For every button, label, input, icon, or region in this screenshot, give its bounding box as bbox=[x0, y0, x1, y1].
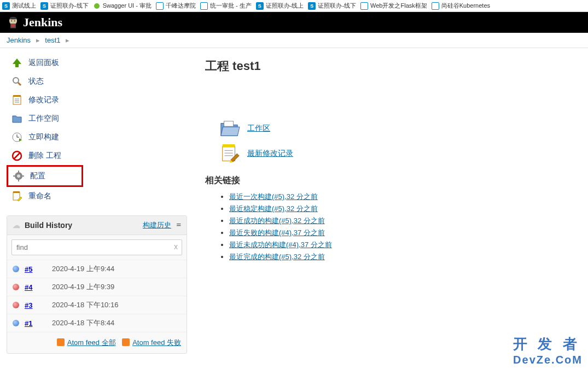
chevron-right-icon: ▸ bbox=[36, 36, 40, 44]
tab-label: 统一审批 - 生产 bbox=[210, 2, 252, 10]
permalink-link[interactable]: 最近成功的构建(#5),32 分之前 bbox=[229, 216, 325, 225]
tab-label: 证照联办-线上 bbox=[266, 2, 304, 10]
page-title: 工程 test1 bbox=[205, 58, 577, 74]
browser-tab[interactable]: Web开发之Flask框架 bbox=[360, 2, 427, 10]
browser-tab[interactable]: S证照联办-线下 bbox=[308, 2, 356, 10]
jenkins-mascot-icon bbox=[5, 15, 21, 30]
svg-line-17 bbox=[14, 153, 20, 159]
build-status-ball-icon bbox=[13, 320, 19, 326]
permalink-link[interactable]: 最近未成功的构建(#4),37 分之前 bbox=[229, 241, 332, 249]
permalink-link[interactable]: 最近稳定构建(#5),32 分之前 bbox=[229, 204, 318, 213]
favicon-icon bbox=[360, 2, 368, 10]
favicon-icon bbox=[156, 2, 164, 10]
build-row[interactable]: #3 2020-4-18 下午10:16 bbox=[7, 296, 187, 314]
permalinks-heading: 相关链接 bbox=[205, 175, 577, 186]
sidebar-item-workspace[interactable]: 工作空间 bbox=[7, 109, 194, 128]
browser-tab[interactable]: 统一审批 - 生产 bbox=[200, 2, 252, 10]
favicon-icon bbox=[93, 2, 101, 10]
notepad-pencil-icon bbox=[219, 143, 241, 164]
collapse-icon[interactable]: = bbox=[177, 220, 181, 229]
side-panel: 返回面板 状态 修改记录 工作空间 立即构建 删除 工程 配置 重命名 bbox=[0, 48, 194, 369]
workspace-link[interactable]: 工作区 bbox=[247, 124, 270, 133]
build-date: 2020-4-19 上午9:44 bbox=[52, 264, 114, 274]
build-number-link[interactable]: #3 bbox=[25, 301, 52, 309]
favicon-icon: S bbox=[40, 2, 48, 10]
main-panel: 工程 test1 工作区 最新修改记录 相关链接 最近一次构建(#5),32 分… bbox=[194, 48, 588, 369]
cloud-icon: ☁ bbox=[13, 221, 20, 230]
recent-changes-link[interactable]: 最新修改记录 bbox=[247, 149, 293, 159]
sidebar-label: 配置 bbox=[30, 171, 45, 181]
favicon-icon bbox=[432, 2, 439, 10]
browser-tab[interactable]: S测试线上 bbox=[2, 2, 36, 10]
build-number-link[interactable]: #1 bbox=[25, 319, 52, 327]
permalink-link[interactable]: 最近完成的构建(#5),32 分之前 bbox=[229, 253, 325, 261]
browser-tab[interactable]: S证照联办-线上 bbox=[256, 2, 304, 10]
permalink-link[interactable]: 最近一次构建(#5),32 分之前 bbox=[229, 192, 318, 201]
tab-label: 证照联办-线下 bbox=[50, 2, 89, 10]
svg-line-7 bbox=[18, 83, 21, 85]
svg-point-3 bbox=[14, 20, 15, 21]
build-date: 2020-4-18 下午10:16 bbox=[52, 300, 118, 310]
gear-icon bbox=[13, 170, 25, 182]
changes-link-row: 最新修改记录 bbox=[219, 143, 577, 164]
svg-rect-5 bbox=[11, 25, 15, 27]
sidebar-item-status[interactable]: 状态 bbox=[7, 72, 194, 91]
permalink-item: 最近完成的构建(#5),32 分之前 bbox=[229, 252, 577, 262]
build-row[interactable]: #1 2020-4-18 下午8:44 bbox=[7, 314, 187, 332]
build-row[interactable]: #4 2020-4-19 上午9:39 bbox=[7, 278, 187, 296]
svg-rect-28 bbox=[223, 144, 235, 148]
tab-label: Web开发之Flask框架 bbox=[370, 2, 427, 10]
build-search-input[interactable] bbox=[11, 239, 182, 255]
watermark: 开 发 者 DevZe.CoM bbox=[513, 335, 583, 366]
atom-feed-failures-link[interactable]: Atom feed 失败 bbox=[132, 338, 181, 347]
browser-tab[interactable]: 尚硅谷Kubernetes bbox=[432, 2, 490, 10]
jenkins-logo[interactable]: Jenkins bbox=[5, 15, 62, 30]
sidebar-item-changes[interactable]: 修改记录 bbox=[7, 91, 194, 109]
clear-search-icon[interactable]: x bbox=[174, 242, 178, 251]
rss-icon bbox=[122, 338, 130, 346]
browser-tab[interactable]: Swagger UI - 审批 bbox=[93, 2, 152, 10]
svg-rect-25 bbox=[13, 191, 20, 193]
breadcrumb-item[interactable]: Jenkins bbox=[7, 36, 31, 44]
build-status-ball-icon bbox=[13, 284, 19, 290]
build-history-feeds: Atom feed 全部 Atom feed 失败 bbox=[7, 332, 187, 353]
browser-tab[interactable]: S证照联办-线下 bbox=[40, 2, 89, 10]
permalinks-list: 最近一次构建(#5),32 分之前 最近稳定构建(#5),32 分之前 最近成功… bbox=[229, 192, 577, 262]
favicon-icon bbox=[200, 2, 208, 10]
atom-feed-all-link[interactable]: Atom feed 全部 bbox=[67, 338, 116, 347]
search-icon bbox=[11, 75, 23, 87]
sidebar-label: 修改记录 bbox=[28, 95, 59, 105]
build-row[interactable]: #5 2020-4-19 上午9:44 bbox=[7, 260, 187, 278]
sidebar-item-configure[interactable]: 配置 bbox=[7, 165, 83, 187]
svg-rect-23 bbox=[22, 175, 24, 177]
sidebar-item-rename[interactable]: 重命名 bbox=[7, 187, 194, 206]
build-status-ball-icon bbox=[13, 266, 19, 272]
workspace-link-row: 工作区 bbox=[219, 118, 577, 139]
sidebar-label: 工作空间 bbox=[28, 114, 59, 124]
breadcrumb-item[interactable]: test1 bbox=[45, 36, 60, 44]
build-number-link[interactable]: #5 bbox=[25, 265, 52, 273]
sidebar-label: 状态 bbox=[28, 77, 44, 86]
sidebar-item-back-to-dashboard[interactable]: 返回面板 bbox=[7, 54, 194, 72]
build-history-widget: ☁ Build History 构建历史 = x #5 2020-4-19 上午… bbox=[7, 215, 187, 354]
permalink-item: 最近一次构建(#5),32 分之前 bbox=[229, 192, 577, 202]
sidebar-item-build-now[interactable]: 立即构建 bbox=[7, 128, 194, 147]
svg-rect-20 bbox=[18, 171, 19, 173]
watermark-line: DevZe.CoM bbox=[513, 354, 583, 366]
svg-rect-9 bbox=[13, 95, 21, 97]
rss-icon bbox=[57, 338, 65, 346]
chevron-right-icon: ▸ bbox=[66, 36, 69, 44]
no-entry-icon bbox=[11, 150, 23, 162]
browser-tab[interactable]: 千峰达摩院 bbox=[156, 2, 196, 10]
svg-point-6 bbox=[13, 78, 19, 83]
sidebar-label: 重命名 bbox=[28, 191, 51, 201]
build-history-trend-link[interactable]: 构建历史 bbox=[143, 221, 171, 229]
build-status-ball-icon bbox=[13, 302, 19, 308]
notepad-pencil-icon bbox=[11, 190, 23, 202]
build-number-link[interactable]: #4 bbox=[25, 283, 52, 291]
tab-label: Swagger UI - 审批 bbox=[103, 2, 152, 10]
folder-open-icon bbox=[219, 118, 241, 139]
permalink-link[interactable]: 最近失败的构建(#4),37 分之前 bbox=[229, 229, 325, 237]
build-history-header: ☁ Build History 构建历史 = bbox=[7, 216, 187, 235]
sidebar-item-delete-project[interactable]: 删除 工程 bbox=[7, 147, 194, 165]
